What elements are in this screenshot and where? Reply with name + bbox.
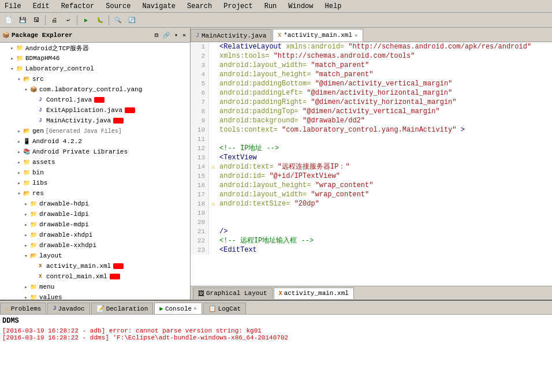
label-android-tcp: Android之TCP服务器: [25, 44, 89, 53]
sidebar-item-android422[interactable]: 📱 Android 4.2.2: [0, 136, 190, 147]
wm-8: [209, 107, 217, 116]
sidebar-item-assets[interactable]: 📁 assets: [0, 157, 190, 167]
code-line-15: android:id= "@+id/IPTextView": [219, 171, 550, 181]
sidebar-link-btn[interactable]: 🔗: [161, 31, 171, 39]
tab-activity-main-xml[interactable]: X *activity_main.xml ✕: [273, 29, 363, 42]
sidebar-item-drawable-hdpi[interactable]: 📁 drawable-hdpi: [0, 199, 190, 209]
ln-21: 21: [194, 227, 205, 236]
ln-17: 17: [194, 190, 205, 199]
sidebar-item-bdmaphm46[interactable]: 📁 BDMapHM46: [0, 53, 190, 64]
wm-3: [209, 61, 217, 70]
toolbar-print-btn[interactable]: 🖨: [48, 14, 61, 27]
sidebar-item-layout[interactable]: 📂 layout: [0, 251, 190, 261]
wm-16: [209, 181, 217, 190]
code-line-17: android:layout_width= "wrap_content": [219, 190, 550, 199]
menu-edit[interactable]: Edit: [31, 1, 52, 12]
code-editor[interactable]: 1 2 3 4 5 6 7 8 9 10 11 12 13: [191, 42, 552, 286]
sidebar-item-drawable-xhdpi[interactable]: 📁 drawable-xhdpi: [0, 230, 190, 240]
arrow-control-main-xml: [30, 274, 36, 279]
menu-project[interactable]: Project: [221, 1, 255, 12]
sidebar-item-control-java[interactable]: J Control.java: [0, 95, 190, 105]
sidebar-item-drawable-ldpi[interactable]: 📁 drawable-ldpi: [0, 209, 190, 219]
code-text-4a: android:layout_height=: [219, 70, 311, 79]
menu-window[interactable]: Window: [286, 1, 315, 12]
icon-menu: 📁: [29, 283, 38, 291]
toolbar-run-btn[interactable]: ▶: [80, 14, 92, 27]
sidebar-item-src[interactable]: 📂 src: [0, 74, 190, 84]
toolbar-save-btn[interactable]: 💾: [16, 14, 29, 27]
sidebar-item-drawable-mdpi[interactable]: 📁 drawable-mdpi: [0, 219, 190, 230]
sidebar-menu-btn[interactable]: ▾: [173, 31, 180, 39]
toolbar-undo-btn[interactable]: ↩: [62, 14, 74, 27]
sidebar-item-drawable-xxhdpi[interactable]: 📁 drawable-xxhdpi: [0, 240, 190, 251]
icon-exitapp-java: J: [36, 106, 44, 114]
tab-console[interactable]: ▶ Console ✕: [154, 303, 202, 314]
label-activity-main-xml: activity_main.xml: [46, 263, 111, 270]
wm-13: [209, 153, 217, 162]
label-control-java: Control.java: [46, 96, 92, 103]
arrow-res: [16, 191, 22, 196]
label-mainactivity-java: MainActivity.java: [46, 117, 111, 124]
menu-search[interactable]: Search: [185, 1, 214, 12]
sidebar-item-menu[interactable]: 📁 menu: [0, 282, 190, 292]
sidebar-item-gen[interactable]: 📂 gen [Generated Java Files]: [0, 126, 190, 136]
editor-bottom-tabs: 🖼 Graphical Layout X activity_main.xml: [191, 286, 552, 300]
gutter: 1 2 3 4 5 6 7 8 9 10 11 12 13: [191, 42, 209, 286]
icon-bdmaphm46: 📁: [16, 54, 24, 62]
sidebar: 📦 Package Explorer ⊟ 🔗 ▾ ✕ 📁 Android之TCP…: [0, 28, 191, 300]
label-libs: libs: [32, 180, 47, 186]
wm-14: ⚠: [209, 162, 217, 171]
code-line-16: android:layout_height= "wrap_content": [219, 181, 550, 190]
tab-mainactivity-java[interactable]: J MainActivity.java: [191, 29, 271, 42]
icon-src: 📂: [23, 75, 31, 83]
tab-declaration[interactable]: 📝 Declaration: [91, 303, 154, 314]
menu-file[interactable]: File: [2, 1, 24, 12]
sidebar-item-android-tcp[interactable]: 📁 Android之TCP服务器: [0, 43, 190, 53]
sidebar-close-btn[interactable]: ✕: [181, 31, 188, 39]
ln-22: 22: [194, 236, 205, 245]
icon-libs: 📁: [23, 179, 31, 187]
tab-problems[interactable]: ⚠ Problems: [0, 303, 46, 314]
sidebar-item-activity-main-xml[interactable]: X activity_main.xml: [0, 261, 190, 271]
tab-close-activity-xml[interactable]: ✕: [355, 32, 357, 39]
javadoc-icon: J: [53, 305, 56, 312]
menu-navigate[interactable]: Navigate: [140, 1, 178, 12]
menu-refactor[interactable]: Refactor: [59, 1, 97, 12]
menu-source[interactable]: Source: [103, 1, 133, 12]
label-drawable-hdpi: drawable-hdpi: [39, 200, 89, 207]
menu-help[interactable]: Help: [323, 1, 344, 12]
tab-javadoc[interactable]: J Javadoc: [47, 303, 89, 314]
arrow-libs: [16, 180, 22, 186]
bottom-panel-tabs: ⚠ Problems J Javadoc 📝 Declaration ▶ Con…: [0, 301, 552, 315]
toolbar-new-btn[interactable]: 📄: [2, 14, 15, 27]
menu-run[interactable]: Run: [262, 1, 279, 12]
tab-graphical-layout[interactable]: 🖼 Graphical Layout: [193, 288, 273, 299]
toolbar-debug-btn[interactable]: 🐛: [94, 14, 106, 27]
tab-logcat[interactable]: 📋 LogCat: [203, 303, 247, 314]
sidebar-item-libs[interactable]: 📁 libs: [0, 178, 190, 188]
sidebar-item-values[interactable]: 📁 values: [0, 292, 190, 300]
code-text-4b: "match_parent": [315, 70, 374, 79]
sidebar-item-android-private[interactable]: 📚 Android Private Libraries: [0, 147, 190, 157]
sidebar-item-mainactivity-java[interactable]: J MainActivity.java: [0, 115, 190, 126]
sidebar-item-bin[interactable]: 📁 bin: [0, 167, 190, 178]
sidebar-collapse-btn[interactable]: ⊟: [153, 31, 160, 39]
tab-activity-xml[interactable]: X activity_main.xml: [274, 288, 354, 299]
sidebar-item-com-pkg[interactable]: 📦 com.laboratory_control.yang: [0, 84, 190, 95]
sidebar-item-lab-control[interactable]: 📁 Laboratory_control: [0, 64, 190, 74]
sidebar-header: 📦 Package Explorer ⊟ 🔗 ▾ ✕: [0, 28, 190, 43]
toolbar-refresh-btn[interactable]: 🔄: [125, 14, 138, 27]
icon-android-private: 📚: [23, 148, 31, 156]
toolbar-save-all-btn[interactable]: 🖫: [30, 14, 43, 27]
problems-label: Problems: [11, 305, 42, 312]
code-text-12: <!-- IP地址 -->: [219, 144, 279, 152]
console-close-btn[interactable]: ✕: [193, 305, 196, 312]
sidebar-item-res[interactable]: 📂 res: [0, 188, 190, 199]
toolbar-search-btn[interactable]: 🔍: [111, 14, 124, 27]
code-lines: <RelativeLayout xmlns:android= "http://s…: [217, 42, 552, 286]
sidebar-item-control-main-xml[interactable]: X control_main.xml: [0, 271, 190, 282]
sidebar-item-exitapp-java[interactable]: J ExitApplication.java: [0, 105, 190, 115]
label-values: values: [39, 294, 62, 300]
arrow-android-tcp: [9, 45, 15, 51]
icon-bin: 📁: [23, 169, 31, 177]
